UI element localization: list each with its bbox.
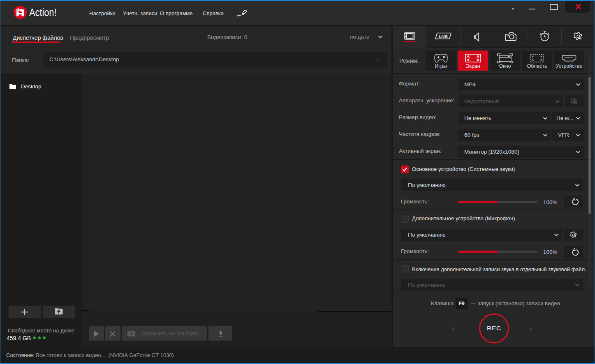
svg-text:LIVE: LIVE <box>439 34 447 39</box>
